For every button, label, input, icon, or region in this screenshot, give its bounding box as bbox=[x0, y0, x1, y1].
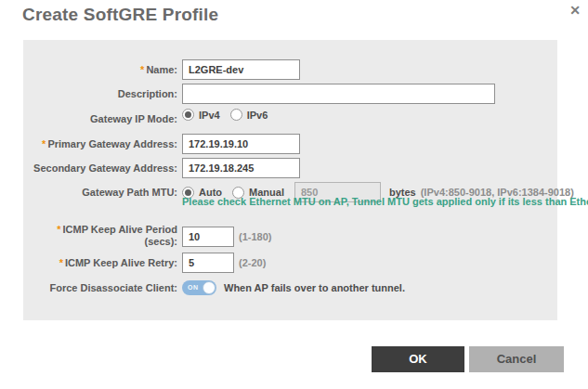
required-marker: * bbox=[140, 64, 144, 75]
dialog-title: Create SoftGRE Profile bbox=[22, 5, 218, 25]
ok-button[interactable]: OK bbox=[372, 346, 464, 372]
icmp-retry-input[interactable] bbox=[182, 253, 234, 273]
name-label: *Name: bbox=[23, 59, 177, 80]
ipv4-radio-label: IPv4 bbox=[199, 110, 220, 121]
icmp-period-input[interactable] bbox=[182, 227, 234, 247]
name-label-text: Name: bbox=[146, 64, 177, 75]
force-disassociate-row: Force Disassociate Client: ON When AP fa… bbox=[23, 278, 557, 298]
mtu-note: Please check Ethernet MTU on AP, Tunnel … bbox=[182, 196, 588, 207]
toggle-on-label: ON bbox=[188, 284, 199, 291]
primary-gateway-label: *Primary Gateway Address: bbox=[23, 134, 177, 154]
icmp-period-label: *ICMP Keep Alive Period (secs): bbox=[23, 224, 177, 248]
ipv6-radio-label: IPv6 bbox=[247, 110, 268, 121]
primary-gateway-row: *Primary Gateway Address: bbox=[23, 134, 557, 154]
icmp-period-label-line2: (secs): bbox=[23, 236, 177, 248]
primary-gateway-input[interactable] bbox=[182, 134, 300, 154]
required-marker: * bbox=[57, 224, 60, 235]
icmp-retry-row: *ICMP Keep Alive Retry: (2-20) bbox=[23, 253, 557, 273]
description-row: Description: bbox=[23, 84, 557, 104]
icmp-period-label-line1: ICMP Keep Alive Period bbox=[63, 224, 177, 235]
secondary-gateway-row: Secondary Gateway Address: bbox=[23, 158, 557, 178]
name-row: *Name: bbox=[23, 59, 557, 80]
ipv4-radio[interactable] bbox=[182, 109, 194, 121]
required-marker: * bbox=[42, 138, 46, 149]
primary-gateway-label-text: Primary Gateway Address: bbox=[47, 138, 177, 149]
force-disassociate-toggle[interactable]: ON bbox=[182, 280, 216, 295]
icmp-retry-range-hint: (2-20) bbox=[239, 257, 266, 268]
gateway-path-mtu-label: Gateway Path MTU: bbox=[23, 182, 177, 202]
icmp-retry-label: *ICMP Keep Alive Retry: bbox=[23, 253, 177, 273]
description-label: Description: bbox=[23, 84, 177, 104]
gateway-ip-mode-label: Gateway IP Mode: bbox=[23, 109, 177, 129]
ipv6-radio[interactable] bbox=[230, 109, 242, 121]
icmp-period-range-hint: (1-180) bbox=[239, 231, 271, 242]
name-input[interactable] bbox=[182, 59, 300, 80]
create-softgre-profile-dialog: Create SoftGRE Profile ✕ *Name: Descript… bbox=[0, 0, 588, 389]
gateway-ip-mode-row: Gateway IP Mode: IPv4 IPv6 bbox=[23, 109, 557, 129]
cancel-button[interactable]: Cancel bbox=[469, 346, 564, 372]
icmp-retry-label-text: ICMP Keep Alive Retry: bbox=[65, 257, 177, 268]
form-panel: *Name: Description: Gateway IP Mode: IPv… bbox=[23, 40, 557, 320]
toggle-knob bbox=[203, 281, 216, 294]
force-disassociate-description: When AP fails over to another tunnel. bbox=[224, 282, 405, 293]
secondary-gateway-input[interactable] bbox=[182, 158, 300, 178]
description-input[interactable] bbox=[182, 84, 495, 104]
force-disassociate-label: Force Disassociate Client: bbox=[23, 278, 177, 298]
icmp-period-row: *ICMP Keep Alive Period (secs): (1-180) bbox=[23, 222, 557, 248]
secondary-gateway-label: Secondary Gateway Address: bbox=[23, 158, 177, 178]
required-marker: * bbox=[59, 257, 63, 268]
close-icon[interactable]: ✕ bbox=[565, 0, 585, 20]
